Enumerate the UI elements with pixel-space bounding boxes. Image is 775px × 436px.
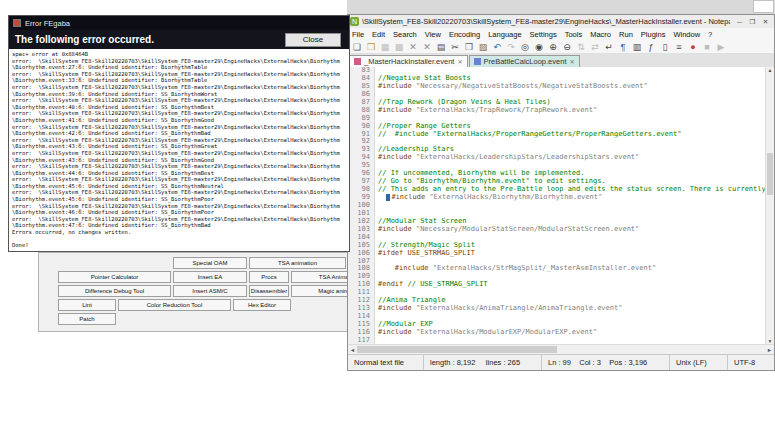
horizontal-scrollbar[interactable]: ◄ ► [348, 344, 774, 354]
status-eol-format: Unix (LF) [670, 355, 728, 370]
menu-item-macro[interactable]: Macro [586, 30, 615, 39]
menu-item-view[interactable]: View [421, 30, 445, 39]
menu-item-edit[interactable]: Edit [368, 30, 389, 39]
insert-ea-button[interactable]: Insert EA [173, 271, 247, 283]
tab-label: _MasterHackInstaller.event [364, 57, 454, 66]
copy-icon[interactable]: ❐ [463, 41, 475, 53]
code-text [375, 234, 765, 242]
redo-icon[interactable]: ↷ [505, 41, 517, 53]
code-area[interactable]: 8384//Negative Stat Boosts85#include "Ne… [348, 67, 765, 344]
new-file-icon[interactable]: ❏ [351, 41, 363, 53]
vertical-scrollbar-thumb[interactable] [767, 153, 773, 195]
document-map-icon[interactable]: ▯ [659, 41, 671, 53]
tab-close-icon[interactable]: ✕ [569, 58, 574, 65]
status-encoding: UTF-8 [728, 355, 774, 370]
word-wrap-icon[interactable]: ↵ [603, 41, 615, 53]
zoom-out-icon[interactable]: ⊖ [561, 41, 573, 53]
toolbar: ❏❒▦▩✕✕▤✂❐▨↶↷◎◉⊕⊖⇅⇄↵¶▥ƒ▯≡●■▶ [348, 40, 774, 54]
find-icon[interactable]: ◎ [519, 41, 531, 53]
disassembler-button[interactable]: Disassembler [249, 285, 289, 297]
code-text [375, 91, 765, 99]
code-line: 113#include "ExternalHacks/AnimaTriangle… [348, 305, 765, 313]
indent-guide-icon[interactable]: ▥ [631, 41, 643, 53]
menu-item-run[interactable]: Run [615, 30, 637, 39]
code-text: // If uncommented, Biorhythm will be imp… [375, 170, 765, 178]
notepadpp-titlebar[interactable]: N \SkillSystem_FE8-Skill20220703\SkillSy… [348, 15, 774, 28]
undo-icon[interactable]: ↶ [491, 41, 503, 53]
code-text: //Proper Range Getters [375, 123, 765, 131]
sync-vertical-icon[interactable]: ⇅ [575, 41, 587, 53]
lint-button[interactable]: Lint [58, 299, 116, 311]
sync-horizontal-icon[interactable]: ⇄ [589, 41, 601, 53]
replace-icon[interactable]: ◉ [533, 41, 545, 53]
error-dialog-header: The following error occurred. Close [9, 30, 349, 49]
code-line: 103#include "Necessary/ModularStatScreen… [348, 226, 765, 234]
close-button[interactable]: ✕ [759, 18, 772, 26]
code-line: 102//Modular Stat Screen [348, 218, 765, 226]
cut-icon[interactable]: ✂ [449, 41, 461, 53]
menu-item-plugins[interactable]: Plugins [637, 30, 670, 39]
hex-editor-button[interactable]: Hex Editor [233, 299, 291, 311]
scroll-left-arrow-icon[interactable]: ◄ [348, 347, 357, 353]
scroll-right-arrow-icon[interactable]: ► [765, 347, 774, 353]
status-cursor-position: Ln : 99 Col : 3 Pos : 3,196 [542, 355, 670, 370]
editor[interactable]: 8384//Negative Stat Boosts85#include "Ne… [348, 67, 774, 344]
menu-item-tools[interactable]: Tools [561, 30, 587, 39]
insert-asm-c-button[interactable]: Insert ASM/C [173, 285, 247, 297]
menu-item-file[interactable]: File [348, 30, 368, 39]
menu-item-settings[interactable]: Settings [526, 30, 561, 39]
maximize-button[interactable]: ❐ [746, 18, 759, 26]
code-text [375, 273, 765, 281]
macro-play-icon[interactable]: ▶ [715, 41, 727, 53]
close-icon[interactable]: ✕ [407, 41, 419, 53]
menu-item-help[interactable]: ? [704, 30, 716, 39]
save-icon[interactable]: ▦ [379, 41, 391, 53]
code-text: #include "ExternalHacks/ModularEXP/Modul… [375, 329, 765, 337]
error-log[interactable]: spac+ error at 0x88464B error: \SkillSys… [9, 49, 349, 251]
code-token: //Modular EXP [378, 321, 433, 328]
febuilder-app-icon [13, 19, 21, 27]
difference-debug-tool-button[interactable]: Difference Debug Tool [58, 285, 171, 297]
document-list-icon[interactable]: ≡ [673, 41, 685, 53]
code-text: #include "ExternalHacks/Biorhythm/Biorhy… [375, 194, 765, 202]
code-line: 90//Proper Range Getters [348, 123, 765, 131]
print-icon[interactable]: ▤ [435, 41, 447, 53]
scroll-up-arrow-icon[interactable]: ▲ [766, 67, 774, 73]
macro-stop-icon[interactable]: ■ [701, 41, 713, 53]
tsa-animation-button[interactable]: TSA animation [249, 257, 346, 269]
vertical-scrollbar[interactable]: ▲ ▼ [765, 67, 774, 344]
horizontal-scrollbar-thumb[interactable] [357, 346, 557, 353]
code-text [375, 289, 765, 297]
code-line: 104 [348, 234, 765, 242]
status-bar: Normal text file length : 8,192 lines : … [348, 354, 774, 370]
macro-record-icon[interactable]: ● [687, 41, 699, 53]
menu-item-search[interactable]: Search [389, 30, 421, 39]
special-oam-button[interactable]: Special OAM [173, 257, 247, 269]
code-line: 93//Leadership Stars [348, 146, 765, 154]
code-text: // Go to "Biorhythm/Biorhythm.event" to … [375, 178, 765, 186]
menu-item-window[interactable]: Window [669, 30, 704, 39]
function-list-icon[interactable]: ƒ [645, 41, 657, 53]
scroll-down-arrow-icon[interactable]: ▼ [766, 338, 774, 344]
tab-prebattlecalcloop-event[interactable]: PreBattleCalcLoop.event✕ [469, 55, 580, 67]
code-token: #endif [378, 281, 408, 288]
error-dialog-titlebar[interactable]: Error FEgaba [9, 16, 349, 30]
color-reduction-tool-button[interactable]: Color Reduction Tool [118, 299, 231, 311]
code-text: // Strength/Magic Split [375, 242, 765, 250]
zoom-in-icon[interactable]: ⊕ [547, 41, 559, 53]
patch-button[interactable]: Patch [58, 313, 116, 325]
show-all-characters-icon[interactable]: ¶ [617, 41, 629, 53]
minimize-button[interactable]: ─ [733, 18, 746, 26]
paste-icon[interactable]: ▨ [477, 41, 489, 53]
save-all-icon[interactable]: ▩ [393, 41, 405, 53]
menu-item-encoding[interactable]: Encoding [445, 30, 484, 39]
open-file-icon[interactable]: ❒ [365, 41, 377, 53]
code-line: 107 [348, 258, 765, 266]
close-button[interactable]: Close [285, 33, 341, 47]
tab-close-icon[interactable]: ✕ [457, 58, 462, 65]
tab-masterhackinstaller-event[interactable]: _MasterHackInstaller.event✕ [349, 55, 468, 67]
close-all-icon[interactable]: ✕ [421, 41, 433, 53]
pointer-calculator-button[interactable]: Pointer Calculator [58, 271, 171, 283]
menu-item-language[interactable]: Language [484, 30, 525, 39]
procs-button[interactable]: Procs [249, 271, 289, 283]
